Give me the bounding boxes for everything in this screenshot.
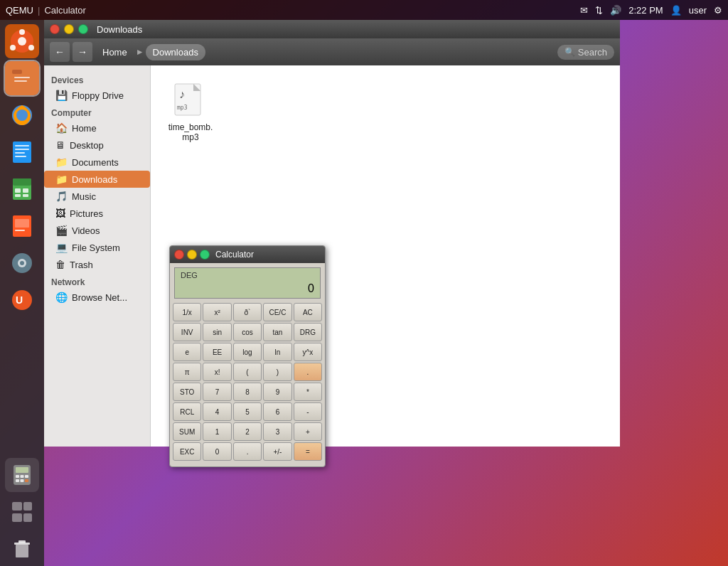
calc-btn-exc[interactable]: EXC xyxy=(173,442,201,461)
calc-btn-rparen[interactable]: ) xyxy=(263,363,291,381)
svg-point-2 xyxy=(19,29,25,35)
ubuntu-launcher-icon[interactable] xyxy=(5,24,39,58)
calc-minimize-button[interactable] xyxy=(187,250,197,260)
username[interactable]: user xyxy=(689,5,707,16)
calc-btn-cos[interactable]: cos xyxy=(233,323,262,341)
trash-icon: 🗑 xyxy=(55,259,65,270)
calc-btn-inv-x[interactable]: 1/x xyxy=(173,303,201,321)
svg-rect-35 xyxy=(16,479,19,482)
fm-forward-button[interactable]: → xyxy=(73,42,92,62)
files-launcher-icon[interactable] xyxy=(5,61,39,95)
sidebar-item-pictures[interactable]: 🖼 Pictures xyxy=(44,205,150,222)
calc-btn-equals[interactable]: = xyxy=(294,442,322,461)
sidebar-item-desktop-label: Desktop xyxy=(70,140,104,151)
firefox-launcher-icon[interactable] xyxy=(5,98,39,132)
calc-btn-drg[interactable]: DRG xyxy=(294,323,322,341)
calc-btn-plusminus[interactable]: +/- xyxy=(263,442,291,461)
calc-row-8: EXC 0 . +/- = xyxy=(173,442,322,461)
settings-icon[interactable]: ⚙ xyxy=(714,5,722,16)
calc-btn-fact[interactable]: x! xyxy=(203,363,231,381)
calc-btn-sq[interactable]: x² xyxy=(203,303,231,321)
calc-btn-lparen[interactable]: ( xyxy=(233,363,262,381)
svg-rect-38 xyxy=(12,502,22,511)
calc-btn-ln[interactable]: ln xyxy=(263,343,291,361)
sidebar-item-videos[interactable]: 🎬 Videos xyxy=(44,222,150,239)
volume-icon[interactable]: 🔊 xyxy=(610,5,621,16)
sidebar-item-browse-network[interactable]: 🌐 Browse Net... xyxy=(44,289,150,306)
email-icon[interactable]: ✉ xyxy=(580,5,588,16)
sidebar-item-filesystem[interactable]: 💻 File System xyxy=(44,239,150,256)
calc-btn-dot1[interactable]: . xyxy=(294,363,322,381)
breadcrumb-sep: ► xyxy=(136,47,144,57)
calc-btn-4[interactable]: 4 xyxy=(203,402,231,421)
breadcrumb: Home ► Downloads xyxy=(95,44,555,60)
fm-maximize-button[interactable] xyxy=(78,24,88,34)
sidebar-item-trash[interactable]: 🗑 Trash xyxy=(44,256,150,273)
calc-btn-0[interactable]: 0 xyxy=(203,442,231,461)
search-icon: 🔍 xyxy=(564,47,575,57)
breadcrumb-downloads[interactable]: Downloads xyxy=(146,44,205,60)
calc-btn-mul[interactable]: * xyxy=(294,383,322,401)
fm-close-button[interactable] xyxy=(50,24,60,34)
impress-launcher-icon[interactable] xyxy=(5,209,39,243)
calc-btn-tan[interactable]: tan xyxy=(263,323,291,341)
calc-row-2: INV sin cos tan DRG xyxy=(173,323,322,341)
svg-rect-17 xyxy=(13,178,31,186)
calc-buttons: 1/x x² ð` CE/C AC INV sin cos tan DRG e … xyxy=(170,303,325,466)
calc-btn-8[interactable]: 8 xyxy=(233,383,262,401)
sidebar-item-home[interactable]: 🏠 Home xyxy=(44,119,150,137)
calc-btn-7[interactable]: 7 xyxy=(203,383,231,401)
calc-btn-pi[interactable]: π xyxy=(173,363,201,381)
calc-btn-sto[interactable]: STO xyxy=(173,383,201,401)
writer-launcher-icon[interactable] xyxy=(5,135,39,169)
calc-btn-sum[interactable]: SUM xyxy=(173,422,201,441)
calc-btn-e[interactable]: e xyxy=(173,343,201,361)
fm-search-area[interactable]: 🔍 Search xyxy=(557,45,614,60)
svg-rect-12 xyxy=(15,145,29,146)
spreadsheet-launcher-icon[interactable] xyxy=(5,172,39,206)
home-icon: 🏠 xyxy=(55,122,68,134)
trash-taskbar-icon[interactable] xyxy=(5,532,39,566)
calc-btn-ee[interactable]: EE xyxy=(203,343,231,361)
calc-btn-sqrt[interactable]: ð` xyxy=(233,303,262,321)
window-switcher-icon[interactable] xyxy=(5,495,39,529)
calc-btn-5[interactable]: 5 xyxy=(233,402,262,421)
calc-btn-decimal[interactable]: . xyxy=(233,442,262,461)
calc-maximize-button[interactable] xyxy=(200,250,210,260)
calc-btn-sub[interactable]: - xyxy=(294,402,322,421)
sidebar-item-documents[interactable]: 📁 Documents xyxy=(44,154,150,171)
sidebar-item-floppy[interactable]: 💾 Floppy Drive xyxy=(44,87,150,104)
fm-back-button[interactable]: ← xyxy=(50,42,70,62)
network-icon[interactable]: ⇅ xyxy=(595,5,603,16)
file-item-timebomb[interactable]: mp3 ♪ time_bomb.mp3 xyxy=(162,77,219,148)
top-panel: QEMU | Calculator ✉ ⇅ 🔊 2:22 PM 👤 user ⚙ xyxy=(0,0,728,20)
sidebar-item-downloads[interactable]: 📁 Downloads xyxy=(44,171,150,188)
calc-btn-ce[interactable]: CE/C xyxy=(263,303,291,321)
calc-btn-sin[interactable]: sin xyxy=(203,323,231,341)
calc-close-button[interactable] xyxy=(174,250,184,260)
calculator-taskbar-icon[interactable] xyxy=(5,458,39,492)
settings-launcher-icon[interactable] xyxy=(5,246,39,280)
calc-btn-9[interactable]: 9 xyxy=(263,383,291,401)
calc-btn-6[interactable]: 6 xyxy=(263,402,291,421)
calc-btn-log[interactable]: log xyxy=(233,343,262,361)
videos-icon: 🎬 xyxy=(55,225,68,236)
svg-rect-23 xyxy=(15,219,29,228)
calc-btn-ac[interactable]: AC xyxy=(294,303,322,321)
calc-btn-yx[interactable]: y^x xyxy=(294,343,322,361)
software-launcher-icon[interactable]: U xyxy=(5,283,39,317)
svg-rect-18 xyxy=(15,188,21,193)
calc-row-6: RCL 4 5 6 - xyxy=(173,402,322,421)
calc-btn-inv[interactable]: INV xyxy=(173,323,201,341)
user-icon: 👤 xyxy=(670,5,682,16)
calc-btn-2[interactable]: 2 xyxy=(233,422,262,441)
breadcrumb-home[interactable]: Home xyxy=(95,44,134,60)
calc-btn-rcl[interactable]: RCL xyxy=(173,402,201,421)
calc-btn-add[interactable]: + xyxy=(294,422,322,441)
calc-btn-1[interactable]: 1 xyxy=(203,422,231,441)
calc-btn-3[interactable]: 3 xyxy=(263,422,291,441)
fm-minimize-button[interactable] xyxy=(64,24,74,34)
sidebar-item-desktop[interactable]: 🖥 Desktop xyxy=(44,137,150,154)
fm-sidebar: Devices 💾 Floppy Drive Computer 🏠 Home 🖥… xyxy=(44,65,151,447)
sidebar-item-music[interactable]: 🎵 Music xyxy=(44,188,150,205)
